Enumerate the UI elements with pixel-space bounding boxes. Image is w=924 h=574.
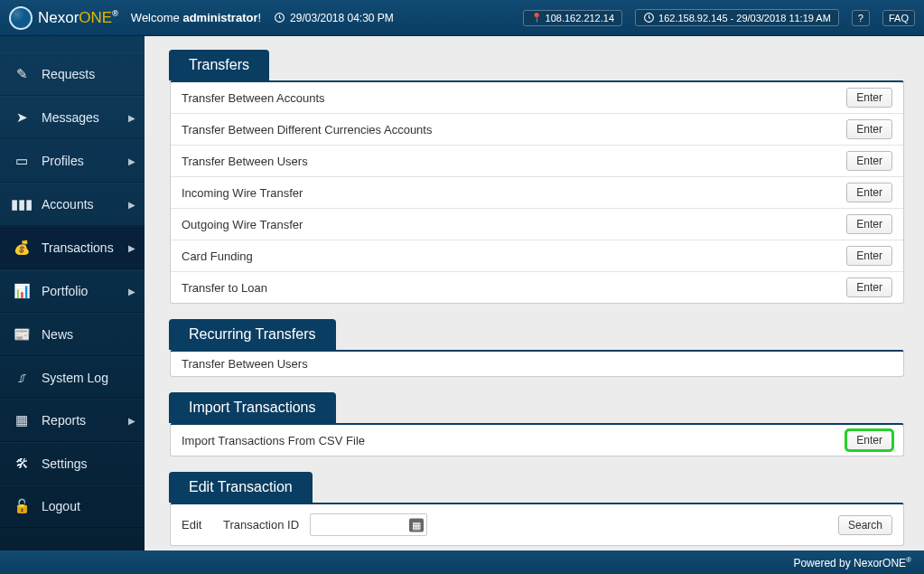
list-row: Incoming Wire TransferEnter bbox=[171, 177, 903, 209]
list-row: Import Transactions From CSV FileEnter bbox=[171, 425, 903, 456]
accounts-icon: ▮▮▮ bbox=[13, 196, 31, 212]
section-transfers-title: Transfers bbox=[169, 50, 269, 80]
enter-button[interactable]: Enter bbox=[846, 151, 892, 171]
sidebar-item-settings[interactable]: 🛠Settings bbox=[0, 442, 145, 485]
sidebar-item-label: Messages bbox=[42, 110, 99, 125]
chevron-right-icon: ▶ bbox=[128, 156, 135, 166]
list-row: Transfer Between Different Currencies Ac… bbox=[171, 114, 903, 146]
sidebar-item-requests[interactable]: ✎Requests bbox=[0, 52, 145, 96]
sidebar-item-system-log[interactable]: ⎎System Log bbox=[0, 356, 145, 399]
list-row: Transfer to LoanEnter bbox=[171, 272, 903, 303]
footer: Powered by NexorONE® bbox=[0, 550, 924, 574]
enter-button[interactable]: Enter bbox=[846, 246, 892, 266]
sidebar-item-accounts[interactable]: ▮▮▮Accounts▶ bbox=[0, 183, 145, 226]
welcome-text: Welcome administrator! bbox=[131, 11, 261, 24]
list-row: Card FundingEnter bbox=[171, 240, 903, 272]
list-row: Transfer Between Users bbox=[171, 352, 903, 376]
powered-by: Powered by NexorONE® bbox=[793, 556, 911, 569]
list-row-label: Transfer Between Users bbox=[182, 357, 892, 371]
news-icon: 📰 bbox=[13, 326, 31, 343]
section-recurring: Recurring Transfers Transfer Between Use… bbox=[170, 320, 904, 377]
messages-icon: ➤ bbox=[13, 109, 31, 126]
section-transfers: Transfers Transfer Between AccountsEnter… bbox=[170, 51, 904, 304]
settings-icon: 🛠 bbox=[13, 456, 31, 471]
list-row-label: Import Transactions From CSV File bbox=[182, 434, 846, 447]
brand-text: NexorONE® bbox=[38, 9, 118, 27]
list-row-label: Incoming Wire Transfer bbox=[182, 186, 846, 200]
sidebar-item-label: Profiles bbox=[42, 154, 84, 168]
section-recurring-title: Recurring Transfers bbox=[169, 319, 336, 350]
sidebar-item-transactions[interactable]: 💰Transactions▶ bbox=[0, 226, 145, 269]
list-row-label: Transfer to Loan bbox=[182, 281, 846, 295]
list-row-label: Outgoing Wire Transfer bbox=[182, 218, 846, 231]
enter-button[interactable]: Enter bbox=[846, 119, 892, 139]
current-ip-badge[interactable]: 📍 108.162.212.14 bbox=[523, 10, 622, 26]
request-icon: ✎ bbox=[13, 66, 31, 82]
sidebar-item-label: Logout bbox=[42, 499, 80, 513]
chevron-right-icon: ▶ bbox=[128, 243, 135, 253]
systemlog-icon: ⎎ bbox=[13, 370, 31, 385]
transactions-icon: 💰 bbox=[13, 240, 31, 256]
section-import: Import Transactions Import Transactions … bbox=[170, 393, 904, 456]
transaction-id-label: Transaction ID bbox=[223, 518, 299, 532]
chevron-right-icon: ▶ bbox=[128, 287, 135, 296]
faq-button[interactable]: FAQ bbox=[882, 10, 915, 26]
section-edit-title: Edit Transaction bbox=[169, 472, 313, 503]
chevron-right-icon: ▶ bbox=[128, 416, 135, 426]
brand-logo[interactable]: NexorONE® bbox=[9, 6, 118, 30]
section-import-title: Import Transactions bbox=[169, 392, 336, 423]
sidebar-item-profiles[interactable]: ▭Profiles▶ bbox=[0, 139, 145, 183]
list-row: Transfer Between UsersEnter bbox=[171, 146, 903, 177]
enter-button[interactable]: Enter bbox=[846, 214, 892, 234]
profiles-icon: ▭ bbox=[13, 153, 31, 169]
previous-ip-badge[interactable]: 162.158.92.145 - 29/03/2018 11:19 AM bbox=[635, 9, 839, 26]
enter-button[interactable]: Enter bbox=[846, 278, 892, 297]
pin-icon: 📍 bbox=[531, 13, 542, 23]
sidebar-item-label: News bbox=[42, 327, 73, 342]
sidebar-item-label: Transactions bbox=[42, 240, 114, 255]
chevron-right-icon: ▶ bbox=[128, 200, 135, 210]
list-row-label: Transfer Between Accounts bbox=[182, 91, 846, 105]
chevron-right-icon: ▶ bbox=[128, 113, 135, 123]
list-row: Transfer Between AccountsEnter bbox=[171, 82, 903, 114]
sidebar-item-logout[interactable]: 🔓Logout bbox=[0, 485, 145, 528]
sidebar-item-label: Accounts bbox=[42, 197, 94, 212]
search-button[interactable]: Search bbox=[838, 515, 892, 535]
list-row: Outgoing Wire TransferEnter bbox=[171, 209, 903, 240]
help-button[interactable]: ? bbox=[852, 10, 870, 26]
clock-icon bbox=[643, 12, 655, 24]
list-row-label: Transfer Between Different Currencies Ac… bbox=[182, 123, 846, 136]
list-row-label: Transfer Between Users bbox=[182, 155, 846, 168]
clock-icon bbox=[274, 12, 285, 24]
reports-icon: ▦ bbox=[13, 412, 31, 428]
enter-button[interactable]: Enter bbox=[846, 183, 892, 202]
keypad-icon[interactable]: ▦ bbox=[409, 518, 424, 532]
logo-swirl-icon bbox=[9, 6, 33, 30]
edit-row: Edit Transaction ID ▦ Search bbox=[171, 504, 903, 545]
edit-label: Edit bbox=[182, 518, 212, 532]
section-edit: Edit Transaction Edit Transaction ID ▦ S… bbox=[170, 473, 904, 546]
sidebar: ✎Requests➤Messages▶▭Profiles▶▮▮▮Accounts… bbox=[0, 36, 145, 550]
sidebar-item-messages[interactable]: ➤Messages▶ bbox=[0, 96, 145, 139]
enter-button[interactable]: Enter bbox=[846, 88, 892, 108]
sidebar-item-label: Settings bbox=[42, 456, 88, 471]
sidebar-item-label: System Log bbox=[42, 371, 108, 385]
server-datetime: 29/03/2018 04:30 PM bbox=[274, 12, 394, 24]
list-row-label: Card Funding bbox=[182, 249, 846, 263]
topbar: NexorONE® Welcome administrator! 29/03/2… bbox=[0, 0, 924, 36]
logout-icon: 🔓 bbox=[13, 498, 31, 514]
enter-button[interactable]: Enter bbox=[846, 430, 892, 450]
sidebar-item-label: Reports bbox=[42, 413, 86, 428]
sidebar-item-label: Portfolio bbox=[42, 284, 88, 298]
portfolio-icon: 📊 bbox=[13, 283, 31, 299]
sidebar-item-portfolio[interactable]: 📊Portfolio▶ bbox=[0, 269, 145, 313]
sidebar-item-news[interactable]: 📰News bbox=[0, 313, 145, 356]
content-area: Transfers Transfer Between AccountsEnter… bbox=[145, 36, 924, 550]
sidebar-item-label: Requests bbox=[42, 67, 95, 81]
sidebar-item-reports[interactable]: ▦Reports▶ bbox=[0, 399, 145, 442]
